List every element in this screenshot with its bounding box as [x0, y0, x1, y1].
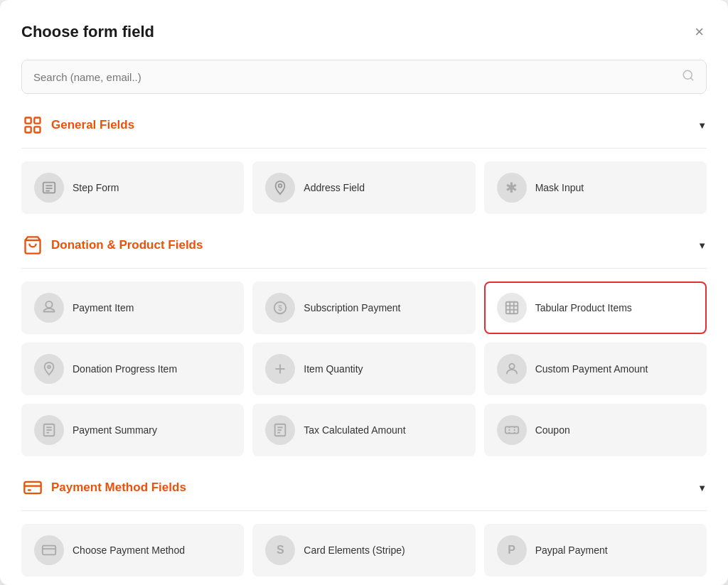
payment-method-fields-title: Payment Method Fields: [51, 481, 186, 495]
section-general-fields-header: General Fields ▼: [21, 114, 707, 136]
section-general-fields: General Fields ▼ Step Form: [21, 114, 707, 214]
field-item-subscription-payment[interactable]: $ Subscription Payment: [252, 281, 475, 334]
section-payment-method-fields-header: Payment Method Fields ▼: [21, 476, 707, 499]
choose-form-field-modal: Choose form field × General Fields ▼: [0, 0, 728, 585]
subscription-payment-label: Subscription Payment: [304, 302, 400, 313]
field-item-choose-payment-method[interactable]: Choose Payment Method: [21, 524, 244, 576]
paypal-payment-label: Paypal Payment: [535, 544, 608, 556]
donation-product-fields-divider: [21, 268, 707, 269]
payment-method-fields-divider: [21, 510, 707, 511]
svg-rect-3: [34, 118, 40, 124]
donation-product-fields-chevron[interactable]: ▼: [697, 240, 707, 251]
svg-point-22: [509, 364, 514, 369]
svg-point-19: [48, 365, 50, 368]
payment-summary-icon: [34, 415, 64, 445]
item-quantity-icon: [265, 354, 295, 384]
donation-progress-item-icon: [34, 354, 64, 384]
tabular-product-items-icon: [497, 293, 527, 323]
subscription-payment-icon: $: [265, 293, 295, 323]
custom-payment-amount-label: Custom Payment Amount: [535, 363, 648, 375]
mask-input-icon: ✱: [497, 173, 527, 203]
donation-progress-item-label: Donation Progress Item: [73, 363, 177, 375]
address-field-label: Address Field: [304, 182, 365, 193]
payment-method-fields-chevron[interactable]: ▼: [697, 483, 707, 493]
coupon-label: Coupon: [535, 424, 570, 436]
general-fields-icon: [21, 114, 44, 136]
mask-input-label: Mask Input: [535, 182, 584, 193]
donation-product-fields-grid: Payment Item $ Subscription Payment: [21, 281, 707, 456]
field-item-card-elements-stripe[interactable]: S Card Elements (Stripe): [252, 524, 475, 576]
general-fields-chevron[interactable]: ▼: [697, 120, 707, 131]
tax-calculated-amount-icon: [265, 415, 295, 445]
donation-product-fields-title: Donation & Product Fields: [51, 238, 203, 252]
svg-rect-5: [34, 127, 40, 132]
svg-point-10: [279, 184, 282, 188]
payment-item-icon: [34, 293, 64, 323]
search-icon: [682, 69, 695, 85]
modal-header: Choose form field ×: [21, 21, 707, 43]
field-item-step-form[interactable]: Step Form: [21, 161, 244, 214]
svg-rect-4: [26, 127, 31, 132]
item-quantity-label: Item Quantity: [304, 363, 363, 375]
section-payment-method-fields: Payment Method Fields ▼ Choose Payment M…: [21, 476, 707, 576]
svg-rect-31: [505, 426, 518, 433]
field-item-address-field[interactable]: Address Field: [252, 161, 475, 214]
address-field-icon: [265, 173, 295, 203]
tax-calculated-amount-label: Tax Calculated Amount: [304, 424, 405, 436]
field-item-donation-progress-item[interactable]: Donation Progress Item: [21, 343, 244, 395]
general-fields-grid: Step Form Address Field ✱ Mask Input: [21, 161, 707, 214]
step-form-icon: [34, 173, 64, 203]
modal-title: Choose form field: [21, 23, 154, 41]
field-item-coupon[interactable]: Coupon: [484, 404, 707, 456]
card-elements-stripe-icon: S: [265, 535, 295, 565]
field-item-item-quantity[interactable]: Item Quantity: [252, 343, 475, 395]
field-item-payment-summary[interactable]: Payment Summary: [21, 404, 244, 456]
svg-rect-37: [43, 546, 55, 555]
svg-rect-2: [26, 118, 31, 124]
svg-rect-14: [505, 302, 518, 314]
field-item-paypal-payment[interactable]: P Paypal Payment: [484, 524, 707, 576]
payment-item-label: Payment Item: [73, 302, 134, 313]
paypal-payment-icon: P: [497, 535, 527, 565]
general-fields-title: General Fields: [51, 118, 134, 132]
general-fields-divider: [21, 148, 707, 149]
payment-summary-label: Payment Summary: [73, 424, 157, 436]
search-input[interactable]: [33, 71, 682, 83]
step-form-label: Step Form: [73, 182, 119, 193]
tabular-product-items-label: Tabular Product Items: [535, 302, 632, 313]
donation-product-fields-icon: [21, 234, 44, 257]
coupon-icon: [497, 415, 527, 445]
section-donation-product-fields: Donation & Product Fields ▼ Payment Item: [21, 234, 707, 456]
svg-text:$: $: [279, 304, 283, 312]
payment-method-fields-icon: [21, 476, 44, 499]
svg-rect-34: [24, 482, 41, 493]
payment-method-fields-grid: Choose Payment Method S Card Elements (S…: [21, 524, 707, 576]
svg-line-1: [690, 77, 692, 80]
search-bar: [21, 60, 707, 94]
close-button[interactable]: ×: [692, 21, 707, 43]
card-elements-stripe-label: Card Elements (Stripe): [304, 544, 405, 556]
field-item-mask-input[interactable]: ✱ Mask Input: [484, 161, 707, 214]
section-donation-product-fields-header: Donation & Product Fields ▼: [21, 234, 707, 257]
choose-payment-method-label: Choose Payment Method: [73, 544, 185, 556]
field-item-tax-calculated-amount[interactable]: Tax Calculated Amount: [252, 404, 475, 456]
custom-payment-amount-icon: [497, 354, 527, 384]
field-item-tabular-product-items[interactable]: Tabular Product Items: [484, 281, 707, 334]
choose-payment-method-icon: [34, 535, 64, 565]
field-item-custom-payment-amount[interactable]: Custom Payment Amount: [484, 343, 707, 395]
field-item-payment-item[interactable]: Payment Item: [21, 281, 244, 334]
